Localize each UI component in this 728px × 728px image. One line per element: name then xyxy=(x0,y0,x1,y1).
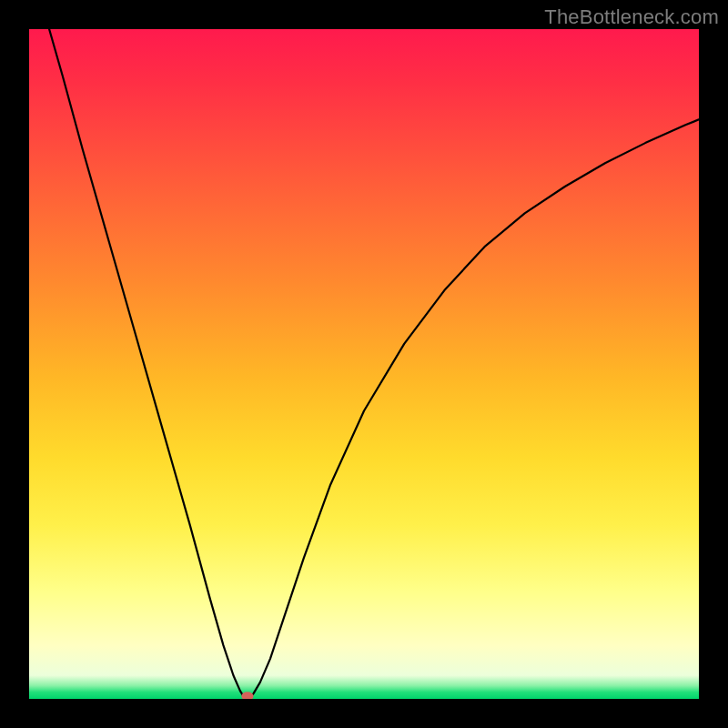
min-marker xyxy=(241,692,253,699)
plot-area xyxy=(29,29,699,699)
watermark-text: TheBottleneck.com xyxy=(544,5,719,29)
curve-svg xyxy=(29,29,699,699)
curve-left-branch xyxy=(49,29,247,699)
curve-right-branch xyxy=(248,119,699,699)
curve-group xyxy=(49,29,699,699)
chart-frame: TheBottleneck.com xyxy=(0,0,728,728)
